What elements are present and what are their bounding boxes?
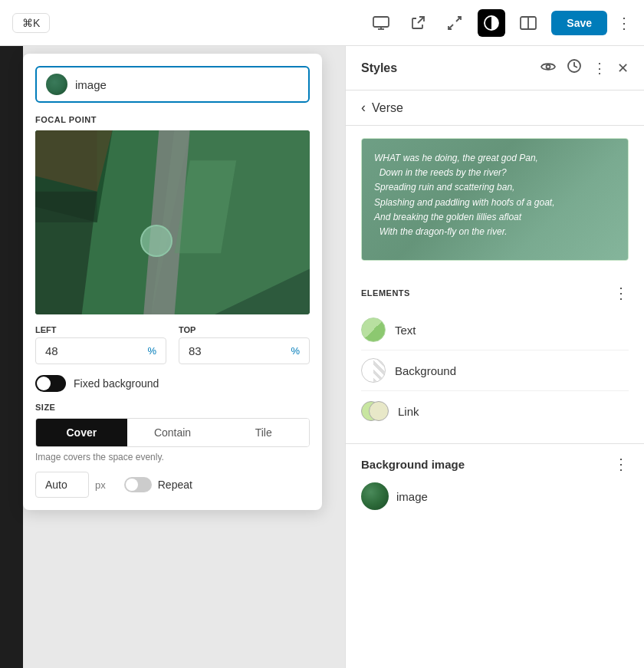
repeat-thumb — [126, 479, 138, 491]
link-element-label: Link — [398, 405, 419, 418]
element-text[interactable]: Text — [361, 310, 629, 350]
top-unit: % — [291, 345, 300, 357]
split-view-icon[interactable] — [514, 9, 542, 37]
svg-point-18 — [547, 65, 550, 69]
left-unit: % — [147, 345, 156, 357]
left-value: 48 — [45, 344, 147, 357]
top-value: 83 — [189, 344, 291, 357]
image-popover: FOCAL POINT — [23, 54, 322, 510]
styles-header-icons: ⋮ ✕ — [540, 58, 629, 77]
back-arrow-icon[interactable]: ‹ — [361, 100, 366, 116]
link-color-swatch — [361, 399, 389, 423]
element-link[interactable]: Link — [361, 391, 629, 431]
close-icon[interactable]: ✕ — [617, 60, 629, 77]
bg-image-name: image — [396, 490, 428, 503]
external-link-icon[interactable] — [404, 9, 432, 37]
coords-row: LEFT 48 % TOP 83 % — [35, 325, 310, 364]
left-coord-group: LEFT 48 % — [35, 325, 166, 364]
size-contain-btn[interactable]: Contain — [127, 419, 219, 446]
left-strip — [0, 46, 23, 668]
fixed-background-row: Fixed background — [35, 375, 310, 392]
editor-area: FOCAL POINT — [0, 46, 345, 668]
main-area: FOCAL POINT — [0, 46, 644, 668]
bg-image-thumbnail — [361, 482, 389, 510]
top-coord-group: TOP 83 % — [179, 325, 310, 364]
left-input-wrap[interactable]: 48 % — [35, 337, 166, 364]
preview-block: WHAT was he doing, the great god Pan, Do… — [361, 138, 629, 261]
toolbar-left: ⌘K — [12, 13, 50, 33]
cmd-shortcut[interactable]: ⌘K — [12, 13, 50, 33]
bg-image-header: Background image ⋮ — [361, 455, 629, 473]
size-cover-btn[interactable]: Cover — [36, 419, 127, 446]
more-options-icon[interactable]: ⋮ — [616, 14, 632, 32]
auto-repeat-row: px Repeat — [35, 472, 310, 498]
elements-title: ELEMENTS — [361, 288, 410, 298]
top-label: TOP — [179, 325, 310, 334]
size-tile-btn[interactable]: Tile — [218, 419, 309, 446]
bg-image-more-icon[interactable]: ⋮ — [613, 455, 629, 473]
svg-rect-0 — [373, 17, 389, 27]
left-label: LEFT — [35, 325, 166, 334]
contrast-icon[interactable] — [478, 9, 505, 37]
size-section: SIZE Cover Contain Tile Image covers the… — [35, 403, 310, 462]
preview-text: WHAT was he doing, the great god Pan, Do… — [362, 139, 628, 252]
toolbar: ⌘K — [0, 0, 644, 46]
bg-image-title: Background image — [361, 458, 465, 471]
focal-point-marker[interactable] — [140, 225, 172, 257]
image-thumbnail — [46, 74, 67, 95]
fixed-bg-toggle[interactable] — [35, 375, 66, 392]
element-background[interactable]: Background — [361, 350, 629, 391]
svg-line-5 — [449, 25, 453, 29]
verse-nav: ‹ Verse — [346, 90, 644, 126]
background-element-label: Background — [395, 364, 456, 377]
toolbar-right: Save ⋮ — [367, 9, 632, 37]
bg-image-item[interactable]: image — [361, 482, 629, 510]
bg-image-section: Background image ⋮ image — [346, 443, 644, 521]
size-label: SIZE — [35, 403, 310, 412]
elements-section: ELEMENTS ⋮ Text Background — [346, 273, 644, 443]
fixed-bg-label: Fixed background — [74, 377, 159, 390]
repeat-label: Repeat — [158, 479, 192, 491]
elements-header: ELEMENTS ⋮ — [361, 273, 629, 310]
text-element-label: Text — [395, 324, 416, 337]
auto-input[interactable] — [35, 472, 89, 498]
eye-icon[interactable] — [540, 60, 556, 76]
focal-point-label: FOCAL POINT — [35, 115, 310, 124]
expand-icon[interactable] — [441, 9, 468, 37]
text-color-swatch — [361, 318, 386, 342]
styles-panel: Styles ⋮ ✕ ‹ — [345, 46, 644, 668]
bg-color-swatch — [361, 358, 386, 383]
save-button[interactable]: Save — [551, 11, 607, 35]
px-label: px — [95, 479, 106, 491]
field-art — [35, 130, 310, 314]
styles-title: Styles — [361, 61, 397, 75]
focal-image-container[interactable] — [35, 130, 310, 314]
toggle-thumb — [37, 377, 51, 390]
verse-title: Verse — [372, 101, 403, 115]
history-icon[interactable] — [567, 58, 582, 77]
size-hint: Image covers the space evenly. — [35, 452, 310, 462]
svg-line-3 — [418, 17, 424, 23]
top-input-wrap[interactable]: 83 % — [179, 337, 310, 364]
search-input[interactable] — [75, 78, 299, 91]
styles-header: Styles ⋮ ✕ — [346, 46, 644, 90]
repeat-toggle[interactable] — [124, 477, 152, 492]
search-row — [35, 66, 310, 103]
elements-more-icon[interactable]: ⋮ — [613, 284, 629, 302]
monitor-icon[interactable] — [367, 9, 395, 37]
styles-more-icon[interactable]: ⋮ — [593, 60, 606, 77]
size-buttons: Cover Contain Tile — [35, 418, 310, 447]
